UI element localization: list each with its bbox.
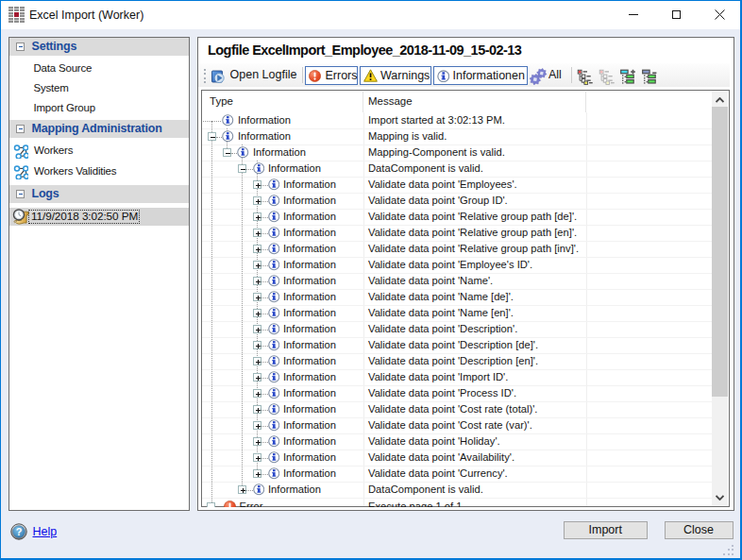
svg-text:?: ? <box>15 526 22 537</box>
